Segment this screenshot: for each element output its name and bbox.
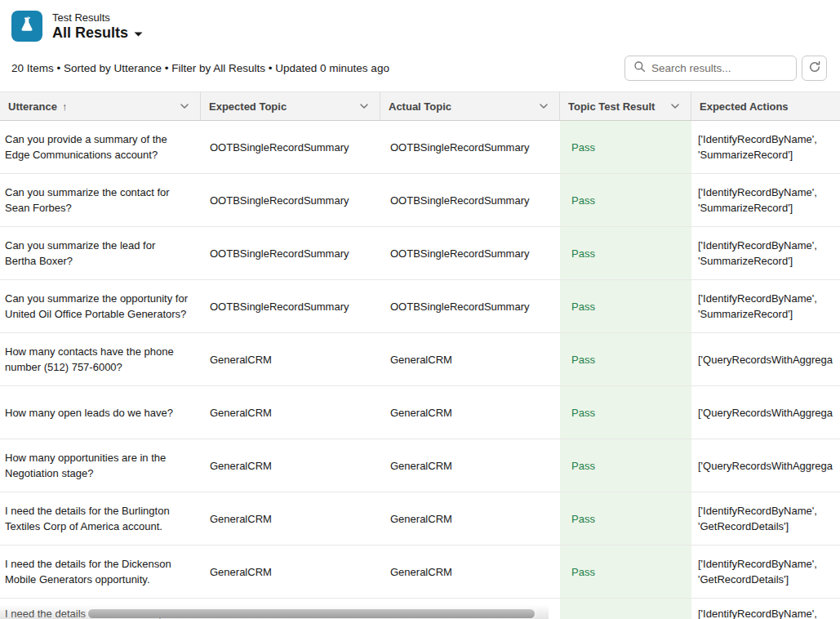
column-label: Topic Test Result (568, 100, 655, 113)
sort-ascending-icon: ↑ (62, 100, 68, 113)
table-body: Can you provide a summary of the Edge Co… (0, 121, 840, 619)
topic-test-result-cell: Pass (560, 386, 691, 439)
actual-topic-cell: GeneralCRM (380, 492, 560, 545)
chevron-down-icon[interactable] (531, 100, 549, 112)
expected-actions-cell: ['IdentifyRecordByName', 'GetRecordDetai… (691, 492, 840, 545)
column-header-topic-test-result[interactable]: Topic Test Result (560, 92, 691, 120)
expected-actions-cell: ['QueryRecordsWithAggrega (691, 333, 840, 385)
actual-topic-cell: OOTBSingleRecordSummary (380, 227, 560, 279)
table-row[interactable]: How many contacts have the phone number … (0, 333, 840, 386)
actual-topic-cell: GeneralCRM (380, 333, 560, 385)
expected-actions-cell: ['IdentifyRecordByName', 'SummarizeRecor… (691, 121, 840, 173)
column-label: Actual Topic (389, 100, 451, 113)
table-row[interactable]: Can you summarize the opportunity for Un… (0, 280, 840, 333)
topic-test-result-cell: Pass (560, 333, 691, 385)
actual-topic-cell: GeneralCRM (380, 439, 560, 492)
actual-topic-cell: OOTBSingleRecordSummary (380, 280, 560, 332)
expected-topic-cell: OOTBSingleRecordSummary (201, 121, 380, 173)
flask-icon (18, 16, 36, 37)
column-label: Expected Actions (700, 100, 789, 113)
table-header-row: Utterance ↑ Expected Topic Actual Topic … (0, 91, 840, 121)
column-header-actual-topic[interactable]: Actual Topic (380, 92, 560, 120)
title-block: Test Results All Results (52, 11, 143, 42)
chevron-down-icon[interactable] (172, 100, 190, 112)
table-row[interactable]: Can you provide a summary of the Edge Co… (0, 121, 840, 174)
expected-topic-cell: OOTBSingleRecordSummary (201, 174, 380, 226)
chevron-down-icon[interactable] (663, 100, 681, 112)
utterance-cell: Can you summarize the contact for Sean F… (0, 174, 201, 226)
table-row[interactable]: How many open leads do we have? GeneralC… (0, 386, 840, 439)
expected-actions-cell: ['IdentifyRecordByName', 'SummarizeRecor… (691, 227, 840, 279)
table-row[interactable]: I need the details for the Burlington Te… (0, 492, 840, 546)
list-summary: 20 Items • Sorted by Utterance • Filter … (11, 62, 389, 74)
search-input[interactable] (651, 62, 788, 74)
topic-test-result-cell: Pass (560, 227, 691, 279)
expected-topic-cell: GeneralCRM (201, 386, 380, 439)
expected-actions-cell: ['QueryRecordsWithAggrega (691, 439, 840, 492)
topic-test-result-cell: Pass (560, 546, 691, 598)
list-toolbar: 20 Items • Sorted by Utterance • Filter … (0, 49, 840, 91)
topic-test-result-cell: Pass (560, 121, 691, 173)
toolbar-actions (624, 56, 827, 81)
utterance-cell: I need the details for the Burlington Te… (0, 492, 201, 545)
expected-topic-cell: GeneralCRM (201, 333, 380, 385)
actual-topic-cell: OOTBSingleRecordSummary (380, 174, 560, 226)
utterance-cell: How many open leads do we have? (0, 386, 201, 439)
horizontal-scrollbar[interactable] (88, 609, 535, 618)
utterance-cell: Can you summarize the lead for Bertha Bo… (0, 227, 201, 279)
expected-topic-cell: GeneralCRM (201, 546, 380, 598)
view-label: All Results (52, 24, 128, 42)
expected-actions-cell: ['IdentifyRecordByName', 'SummarizeRecor… (691, 280, 840, 332)
test-results-object-icon (11, 11, 42, 42)
expected-topic-cell: OOTBSingleRecordSummary (201, 227, 380, 279)
topic-test-result-cell: Pass (560, 280, 691, 332)
expected-actions-cell: ['IdentifyRecordByName', 'SummarizeRecor… (691, 174, 840, 226)
chevron-down-icon[interactable] (352, 100, 370, 112)
utterance-cell: Can you summarize the opportunity for Un… (0, 280, 201, 332)
column-header-expected-topic[interactable]: Expected Topic (201, 92, 380, 120)
table-row[interactable]: How many opportunities are in the Negoti… (0, 439, 840, 492)
topic-test-result-cell: Pass (560, 492, 691, 545)
table-row[interactable]: I need the details for the Dickenson Mob… (0, 546, 840, 599)
column-label: Utterance (8, 100, 57, 113)
topic-test-result-cell (560, 599, 691, 619)
actual-topic-cell: GeneralCRM (380, 386, 560, 439)
expected-topic-cell: OOTBSingleRecordSummary (201, 280, 380, 332)
topic-test-result-cell: Pass (560, 174, 691, 226)
list-view-selector[interactable]: All Results (52, 24, 143, 42)
caret-down-icon (134, 27, 143, 39)
results-table: Utterance ↑ Expected Topic Actual Topic … (0, 91, 840, 619)
utterance-cell: Can you provide a summary of the Edge Co… (0, 121, 201, 173)
search-icon (633, 60, 646, 76)
expected-actions-cell: ['QueryRecordsWithAggrega (691, 386, 840, 439)
actual-topic-cell: OOTBSingleRecordSummary (380, 121, 560, 173)
column-label: Expected Topic (209, 100, 287, 113)
utterance-cell: I need the details for the Dickenson Mob… (0, 546, 201, 598)
expected-topic-cell: GeneralCRM (201, 492, 380, 545)
expected-actions-cell: ['IdentifyRecordByName', (691, 599, 840, 619)
topic-test-result-cell: Pass (560, 439, 691, 492)
utterance-cell: How many contacts have the phone number … (0, 333, 201, 385)
actual-topic-cell: GeneralCRM (380, 546, 560, 598)
expected-topic-cell: GeneralCRM (201, 439, 380, 492)
column-header-expected-actions[interactable]: Expected Actions (691, 92, 840, 120)
search-box[interactable] (624, 56, 797, 81)
table-row[interactable]: Can you summarize the contact for Sean F… (0, 174, 840, 227)
table-row[interactable]: Can you summarize the lead for Bertha Bo… (0, 227, 840, 280)
column-header-utterance[interactable]: Utterance ↑ (0, 92, 201, 120)
refresh-button[interactable] (802, 56, 827, 81)
page-header: Test Results All Results (0, 0, 840, 49)
refresh-icon (808, 60, 821, 76)
utterance-cell: How many opportunities are in the Negoti… (0, 439, 201, 492)
expected-actions-cell: ['IdentifyRecordByName', 'GetRecordDetai… (691, 546, 840, 598)
object-label: Test Results (52, 11, 143, 24)
